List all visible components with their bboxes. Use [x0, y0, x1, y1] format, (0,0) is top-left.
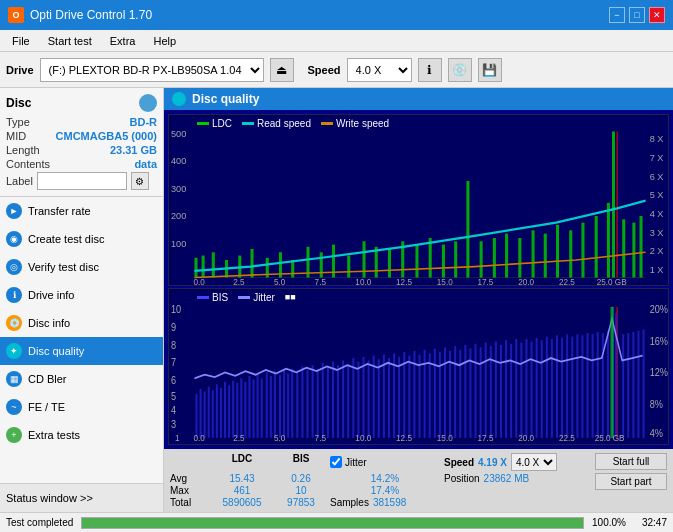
- extra-tests-icon: +: [6, 427, 22, 443]
- svg-rect-21: [250, 249, 253, 278]
- svg-rect-109: [327, 367, 329, 438]
- read-speed-label: Read speed: [257, 118, 311, 129]
- sidebar-item-extra-tests[interactable]: + Extra tests: [0, 421, 163, 449]
- svg-text:10.0: 10.0: [355, 277, 371, 285]
- bottom-bar: Test completed 100.0% 32:47: [0, 512, 673, 532]
- svg-rect-170: [637, 331, 639, 438]
- eject-button[interactable]: ⏏: [270, 58, 294, 82]
- menu-extra[interactable]: Extra: [102, 33, 144, 49]
- svg-text:0.0: 0.0: [193, 277, 205, 285]
- svg-rect-112: [342, 361, 344, 438]
- svg-rect-42: [532, 230, 535, 277]
- svg-rect-39: [493, 238, 496, 278]
- svg-rect-89: [236, 383, 238, 438]
- svg-rect-142: [495, 342, 497, 438]
- svg-rect-46: [581, 223, 584, 278]
- svg-rect-101: [287, 374, 289, 438]
- svg-text:2.5: 2.5: [233, 277, 245, 285]
- start-part-button[interactable]: Start part: [595, 473, 667, 490]
- progress-container: [81, 517, 584, 529]
- svg-text:17.5: 17.5: [478, 277, 494, 285]
- svg-text:12.5: 12.5: [396, 277, 412, 285]
- speed-value: 4.19 X: [478, 457, 507, 468]
- status-window-button[interactable]: Status window >>: [0, 484, 163, 512]
- status-window-label: Status window >>: [6, 492, 93, 504]
- svg-rect-168: [627, 333, 629, 438]
- svg-rect-108: [322, 363, 324, 438]
- contents-value: data: [134, 158, 157, 170]
- svg-text:7 X: 7 X: [650, 152, 664, 163]
- label-input[interactable]: [37, 172, 127, 190]
- svg-rect-119: [378, 359, 380, 438]
- sidebar-item-drive-info[interactable]: ℹ Drive info: [0, 281, 163, 309]
- minimize-button[interactable]: −: [609, 7, 625, 23]
- sidebar: Disc Type BD-R MID CMCMAGBA5 (000) Lengt…: [0, 88, 164, 512]
- sidebar-item-disc-info[interactable]: 💿 Disc info: [0, 309, 163, 337]
- svg-text:8 X: 8 X: [650, 133, 664, 144]
- svg-rect-90: [240, 379, 242, 439]
- svg-rect-143: [500, 345, 502, 438]
- extra-tests-label: Extra tests: [28, 429, 80, 441]
- svg-rect-102: [291, 369, 293, 438]
- sidebar-item-fe-te[interactable]: ~ FE / TE: [0, 393, 163, 421]
- svg-rect-104: [301, 367, 303, 438]
- svg-rect-38: [480, 241, 483, 277]
- svg-rect-16: [194, 258, 197, 278]
- sidebar-item-cd-bler[interactable]: ▦ CD Bler: [0, 365, 163, 393]
- svg-rect-133: [449, 351, 451, 438]
- save-button[interactable]: 💾: [478, 58, 502, 82]
- bis-color: [197, 296, 209, 299]
- svg-text:16%: 16%: [650, 336, 668, 348]
- start-full-button[interactable]: Start full: [595, 453, 667, 470]
- svg-rect-41: [518, 238, 521, 278]
- svg-text:6 X: 6 X: [650, 170, 664, 181]
- svg-text:0.0: 0.0: [193, 433, 204, 444]
- speed-select[interactable]: 4.0 X: [347, 58, 412, 82]
- maximize-button[interactable]: □: [629, 7, 645, 23]
- svg-text:8: 8: [171, 339, 177, 351]
- legend-read-speed: Read speed: [242, 118, 311, 129]
- jitter-checkbox-label: Jitter: [345, 457, 367, 468]
- svg-rect-153: [551, 339, 553, 438]
- svg-rect-140: [485, 343, 487, 438]
- svg-text:10: 10: [171, 303, 182, 315]
- svg-text:6: 6: [171, 375, 177, 387]
- close-button[interactable]: ✕: [649, 7, 665, 23]
- disc-button[interactable]: 💿: [448, 58, 472, 82]
- empty-cell: [444, 485, 587, 496]
- status-section: Status window >>: [0, 483, 163, 512]
- drive-select[interactable]: (F:) PLEXTOR BD-R PX-LB950SA 1.04: [40, 58, 264, 82]
- sidebar-item-transfer-rate[interactable]: ► Transfer rate: [0, 197, 163, 225]
- sidebar-item-create-test-disc[interactable]: ◉ Create test disc: [0, 225, 163, 253]
- speed-result-select[interactable]: 4.0 X: [511, 453, 557, 471]
- svg-rect-155: [561, 338, 563, 438]
- legend-ldc: LDC: [197, 118, 232, 129]
- svg-rect-33: [415, 245, 418, 278]
- svg-rect-156: [566, 334, 568, 438]
- svg-rect-154: [556, 336, 558, 438]
- svg-rect-107: [317, 369, 319, 438]
- label-button[interactable]: ⚙: [131, 172, 149, 190]
- svg-rect-121: [388, 358, 390, 438]
- svg-text:25.0 GB: 25.0 GB: [595, 433, 625, 444]
- menu-start-test[interactable]: Start test: [40, 33, 100, 49]
- svg-rect-26: [320, 252, 323, 277]
- svg-rect-160: [587, 333, 589, 438]
- svg-rect-28: [347, 256, 350, 278]
- jitter-checkbox[interactable]: [330, 456, 342, 468]
- sidebar-item-verify-test-disc[interactable]: ◎ Verify test disc: [0, 253, 163, 281]
- info-button[interactable]: ℹ: [418, 58, 442, 82]
- charts-container: LDC Read speed Write speed 500 400 3: [164, 110, 673, 449]
- status-text: Test completed: [6, 517, 73, 528]
- verify-test-disc-label: Verify test disc: [28, 261, 99, 273]
- menu-file[interactable]: File: [4, 33, 38, 49]
- svg-text:9: 9: [171, 321, 177, 333]
- svg-rect-87: [228, 386, 230, 438]
- svg-rect-24: [291, 260, 294, 278]
- sidebar-item-disc-quality[interactable]: ✦ Disc quality: [0, 337, 163, 365]
- samples-label: Samples: [330, 497, 369, 508]
- total-bis: 97853: [276, 497, 326, 508]
- menu-help[interactable]: Help: [145, 33, 184, 49]
- stats-area: LDC BIS Jitter Speed 4.19 X 4.0 X: [164, 449, 673, 512]
- svg-text:15.0: 15.0: [437, 433, 453, 444]
